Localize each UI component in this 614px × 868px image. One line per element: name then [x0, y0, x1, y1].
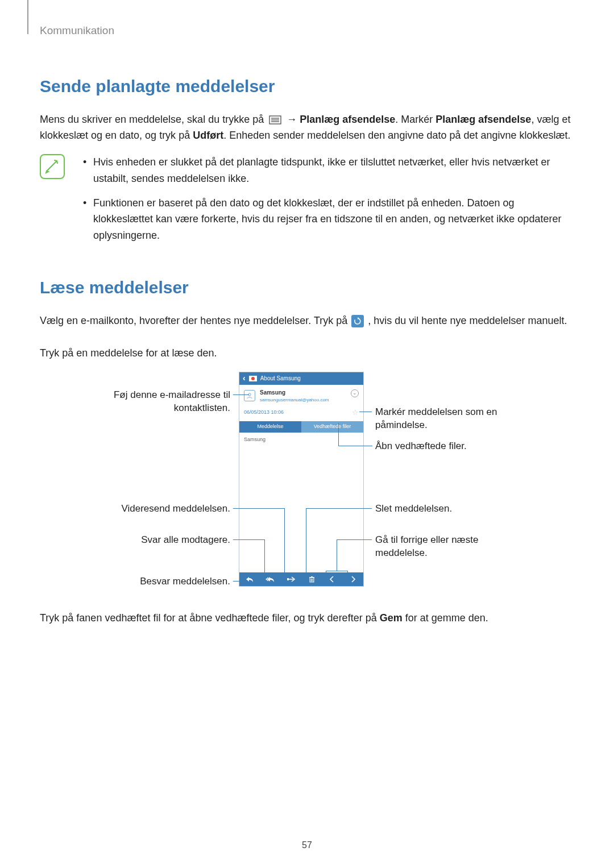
section2-paragraph1: Vælg en e-mailkonto, hvorefter der hente… [40, 313, 574, 329]
callout-forward: Videresend meddelelsen. [88, 502, 230, 516]
callout-open-attach: Åbn vedhæftede filer. [375, 440, 517, 453]
sender-address: samsungusermanual@yahoo.com [260, 397, 329, 404]
callout-line [338, 446, 372, 446]
datetime: 06/05/2013 10:06 [244, 409, 284, 417]
note-item: Hvis enheden er slukket på det planlagte… [81, 154, 574, 187]
callout-line [326, 571, 326, 579]
note-item: Funktionen er baseret på den dato og det… [81, 195, 574, 244]
tab-attachments: Vedhæftede filer [301, 421, 363, 433]
mail-icon [249, 376, 257, 381]
callout-line [306, 508, 306, 579]
text-bold: Udført [193, 130, 223, 141]
text-bold: Gem [380, 612, 403, 624]
note-list: Hvis enheden er slukket på det planlagte… [81, 154, 574, 252]
text: . Markér [395, 114, 435, 125]
section2-paragraph2: Tryk på en meddelelse for at læse den. [40, 345, 574, 362]
text-bold: Planlæg afsendelse [300, 114, 395, 125]
page-edge-mark [27, 0, 28, 34]
text: Mens du skriver en meddelelse, skal du t… [40, 114, 267, 125]
callout-line [338, 423, 339, 446]
reply-icon [239, 572, 260, 586]
sender-name: Samsung [260, 388, 329, 397]
back-icon: ‹ [243, 372, 246, 384]
expand-icon: ⌄ [351, 389, 359, 397]
phone-screenshot: ‹ About Samsung Samsung samsungusermanua… [239, 372, 364, 587]
phone-tabs: Meddelelse Vedhæftede filer [239, 421, 363, 433]
callout-line [284, 508, 285, 579]
callout-line [359, 412, 372, 412]
phone-header: ‹ About Samsung [239, 372, 363, 385]
text: for at gemme den. [403, 612, 488, 624]
text: → [287, 114, 300, 125]
section-heading-planlagte: Sende planlagte meddelelser [40, 73, 574, 99]
text: Vælg en e-mailkonto, hvorefter der hente… [40, 315, 350, 326]
sender-row: Samsung samsungusermanual@yahoo.com ⌄ [239, 385, 363, 406]
menu-icon [269, 115, 281, 124]
callout-mark-reminder: Markér meddelelsen som en påmindelse. [375, 406, 517, 432]
callout-line [347, 571, 348, 579]
tab-message: Meddelelse [239, 421, 301, 433]
callout-line [337, 539, 372, 540]
text: Tryk på fanen vedhæftet fil for at åbne … [40, 612, 380, 624]
callout-line [233, 581, 244, 582]
callout-line [306, 508, 372, 509]
section1-paragraph: Mens du skriver en meddelelse, skal du t… [40, 111, 574, 144]
text-bold: Planlæg afsendelse [435, 114, 531, 125]
page-content: Kommunikation Sende planlagte meddelelse… [0, 0, 614, 626]
text: . Enheden sender meddelelsen den angivne… [223, 130, 570, 141]
breadcrumb: Kommunikation [40, 23, 574, 39]
callout-add-contact: Føj denne e-mailadresse til kontaktliste… [88, 389, 230, 415]
phone-title: About Samsung [260, 374, 301, 383]
avatar-icon [244, 390, 255, 401]
callout-reply: Besvar meddelelsen. [88, 575, 230, 588]
callout-line [233, 539, 264, 540]
star-icon: ☆ [352, 407, 359, 418]
callout-line [337, 539, 337, 571]
section-heading-laese: Læse meddelelser [40, 275, 574, 300]
note-box: Hvis enheden er slukket på det planlagte… [40, 154, 574, 252]
callout-line [233, 508, 284, 509]
note-icon [40, 154, 65, 179]
trash-icon [301, 572, 322, 586]
prev-icon [322, 572, 342, 586]
reply-all-icon [260, 572, 280, 586]
next-icon [343, 572, 363, 586]
sender-info: Samsung samsungusermanual@yahoo.com [260, 388, 329, 404]
text: , hvis du vil hente nye meddelelser manu… [368, 315, 567, 326]
callout-line [264, 539, 265, 579]
date-row: 06/05/2013 10:06 ☆ [239, 406, 363, 422]
svg-rect-5 [287, 578, 289, 580]
footer-paragraph: Tryk på fanen vedhæftet fil for at åbne … [40, 610, 574, 626]
callout-line [233, 394, 249, 395]
refresh-icon [351, 315, 364, 327]
callout-delete: Slet meddelelsen. [375, 502, 517, 516]
phone-footer [239, 572, 363, 586]
callout-prev-next: Gå til forrige eller næste meddelelse. [375, 534, 517, 560]
callout-line [326, 571, 347, 571]
email-reader-diagram: ‹ About Samsung Samsung samsungusermanua… [40, 372, 574, 596]
callout-reply-all: Svar alle modtagere. [88, 534, 230, 547]
page-number: 57 [0, 838, 614, 852]
